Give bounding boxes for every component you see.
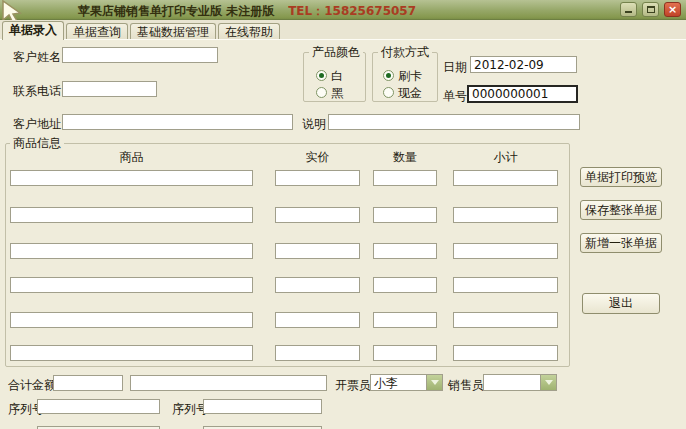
invoicer-dropdown[interactable]: 小李 bbox=[370, 374, 443, 391]
radio-pay-cash[interactable] bbox=[383, 87, 394, 98]
address-input[interactable] bbox=[62, 114, 293, 130]
invoicer-dropdown-arrow-icon[interactable] bbox=[426, 375, 442, 390]
radio-color-black-label[interactable]: 黑 bbox=[331, 86, 343, 100]
invoicer-value: 小李 bbox=[374, 376, 398, 390]
order-no-label: 单号 bbox=[443, 89, 467, 103]
radio-pay-card-label[interactable]: 刷卡 bbox=[398, 69, 422, 83]
qty-input-row-4[interactable] bbox=[373, 277, 437, 293]
subtotal-input-row-6[interactable] bbox=[453, 345, 558, 361]
subtotal-input-row-3[interactable] bbox=[453, 243, 558, 259]
salesperson-dropdown-arrow-icon[interactable] bbox=[540, 375, 556, 390]
customer-name-input[interactable] bbox=[62, 47, 218, 63]
price-input-row-3[interactable] bbox=[275, 243, 360, 259]
product-input-row-3[interactable] bbox=[10, 243, 253, 259]
salesperson-label: 销售员 bbox=[448, 378, 484, 392]
phone-label: 联系电话 bbox=[13, 84, 61, 98]
minimize-button[interactable] bbox=[620, 2, 637, 17]
maximize-button[interactable] bbox=[642, 2, 659, 17]
new-order-button[interactable]: 新增一张单据 bbox=[580, 233, 662, 253]
qty-input-row-1[interactable] bbox=[373, 170, 437, 186]
date-input[interactable] bbox=[470, 56, 577, 73]
tab-bar: 单据录入 单据查询 基础数据管理 在线帮助 bbox=[0, 20, 686, 40]
product-input-row-1[interactable] bbox=[10, 170, 253, 186]
subtotal-input-row-1[interactable] bbox=[453, 170, 558, 186]
qty-input-row-2[interactable] bbox=[373, 207, 437, 223]
column-header-price: 实价 bbox=[275, 150, 360, 164]
product-input-row-4[interactable] bbox=[10, 277, 253, 293]
column-header-subtotal: 小计 bbox=[453, 150, 558, 164]
price-input-row-6[interactable] bbox=[275, 345, 360, 361]
close-button[interactable]: × bbox=[664, 2, 681, 17]
maximize-icon bbox=[647, 6, 655, 13]
product-color-group-title: 产品颜色 bbox=[309, 45, 363, 59]
minimize-icon bbox=[625, 11, 632, 13]
product-info-group-title: 商品信息 bbox=[10, 136, 64, 150]
total-text-input[interactable] bbox=[130, 375, 327, 391]
product-input-row-5[interactable] bbox=[10, 312, 253, 328]
note-label: 说明 bbox=[302, 117, 326, 131]
price-input-row-5[interactable] bbox=[275, 312, 360, 328]
radio-color-black[interactable] bbox=[316, 87, 327, 98]
salesperson-dropdown[interactable] bbox=[483, 374, 557, 391]
phone-input[interactable] bbox=[62, 81, 157, 97]
order-no-input[interactable] bbox=[467, 85, 578, 103]
product-input-row-6[interactable] bbox=[10, 345, 253, 361]
subtotal-input-row-5[interactable] bbox=[453, 312, 558, 328]
serial-input-1[interactable] bbox=[37, 399, 160, 414]
column-header-qty: 数量 bbox=[373, 150, 437, 164]
radio-color-white[interactable] bbox=[316, 70, 327, 81]
product-input-row-2[interactable] bbox=[10, 207, 253, 223]
price-input-row-1[interactable] bbox=[275, 170, 360, 186]
radio-color-white-label[interactable]: 白 bbox=[331, 69, 343, 83]
window-controls: × bbox=[620, 2, 681, 17]
note-input[interactable] bbox=[328, 114, 580, 130]
column-header-product: 商品 bbox=[10, 150, 253, 164]
app-window: 苹果店铺销售单打印专业版 未注册版TEL：15825675057 × 单据录入 … bbox=[0, 0, 686, 429]
print-preview-button[interactable]: 单据打印预览 bbox=[580, 167, 662, 187]
subtotal-input-row-4[interactable] bbox=[453, 277, 558, 293]
radio-pay-cash-label[interactable]: 现金 bbox=[398, 86, 422, 100]
tab-base-data[interactable]: 基础数据管理 bbox=[130, 23, 216, 40]
title-tel: TEL：15825675057 bbox=[288, 4, 416, 18]
save-order-button[interactable]: 保存整张单据 bbox=[580, 200, 662, 220]
qty-input-row-3[interactable] bbox=[373, 243, 437, 259]
invoicer-label: 开票员 bbox=[335, 378, 371, 392]
window-title: 苹果店铺销售单打印专业版 未注册版TEL：15825675057 bbox=[78, 3, 416, 20]
serial-input-2[interactable] bbox=[203, 399, 322, 414]
close-icon: × bbox=[665, 3, 680, 16]
title-bar: 苹果店铺销售单打印专业版 未注册版TEL：15825675057 × bbox=[0, 0, 686, 20]
subtotal-input-row-2[interactable] bbox=[453, 207, 558, 223]
radio-pay-card[interactable] bbox=[383, 70, 394, 81]
price-input-row-2[interactable] bbox=[275, 207, 360, 223]
qty-input-row-5[interactable] bbox=[373, 312, 437, 328]
date-label: 日期 bbox=[443, 60, 467, 74]
qty-input-row-6[interactable] bbox=[373, 345, 437, 361]
exit-button[interactable]: 退出 bbox=[582, 293, 660, 314]
payment-group-title: 付款方式 bbox=[378, 45, 432, 59]
app-title: 苹果店铺销售单打印专业版 未注册版 bbox=[78, 4, 274, 18]
tab-online-help[interactable]: 在线帮助 bbox=[218, 23, 280, 40]
customer-name-label: 客户姓名 bbox=[13, 50, 61, 64]
total-label: 合计金额 bbox=[8, 378, 56, 392]
address-label: 客户地址 bbox=[13, 117, 61, 131]
total-amount-input[interactable] bbox=[53, 375, 123, 391]
tab-order-entry[interactable]: 单据录入 bbox=[2, 21, 64, 40]
tab-order-query[interactable]: 单据查询 bbox=[66, 23, 128, 40]
price-input-row-4[interactable] bbox=[275, 277, 360, 293]
